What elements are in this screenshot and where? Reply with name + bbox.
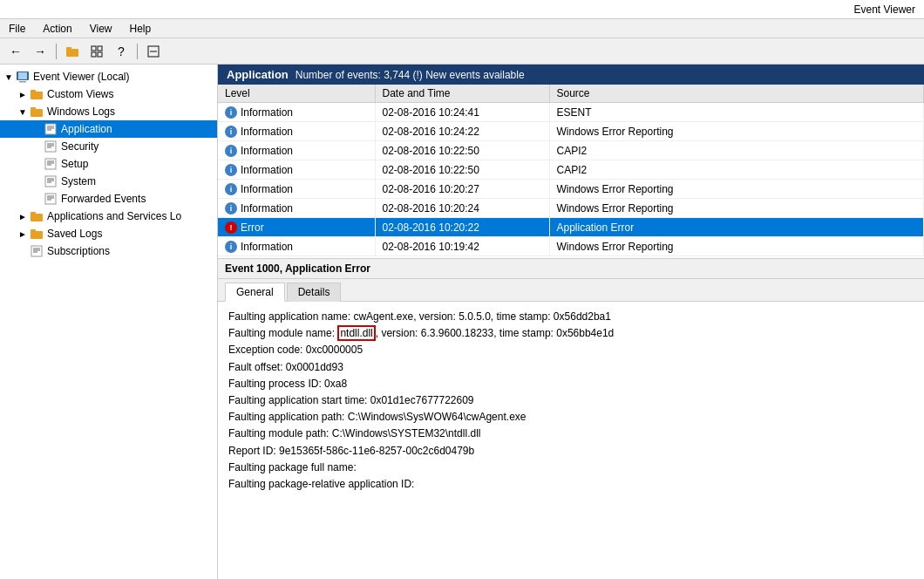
detail-line: Faulting package full name: [228, 460, 914, 476]
tree-item-windows-logs[interactable]: ▼ Windows Logs [0, 103, 217, 120]
cell-level: iInformation [218, 199, 375, 218]
log-icon-system [44, 174, 58, 188]
level-text: Information [241, 145, 293, 157]
tab-general[interactable]: General [225, 283, 285, 302]
col-source[interactable]: Source [549, 85, 924, 103]
info-icon: i [225, 126, 237, 138]
col-level[interactable]: Level [218, 85, 375, 103]
table-row[interactable]: !Error02-08-2016 10:20:22Application Err… [218, 218, 924, 237]
cell-source: Application Error [549, 218, 924, 237]
table-row[interactable]: iInformation02-08-2016 10:22:50CAPI2 [218, 141, 924, 160]
toolbar-help[interactable]: ? [111, 42, 132, 61]
level-text: Information [241, 202, 293, 215]
svg-rect-2 [92, 46, 96, 51]
table-row[interactable]: iInformation02-08-2016 10:20:24Windows E… [218, 199, 924, 218]
detail-line: Faulting module name: ntdll.dll, version… [228, 325, 914, 342]
tree-label-system: System [61, 175, 96, 187]
svg-rect-13 [31, 109, 43, 117]
cell-datetime: 02-08-2016 10:24:41 [375, 103, 549, 122]
tree-item-subscriptions[interactable]: Subscriptions [0, 242, 217, 260]
monitor-icon [16, 70, 30, 84]
cell-level: !Error [218, 218, 375, 237]
detail-line: Faulting process ID: 0xa8 [228, 376, 914, 392]
detail-line: Exception code: 0xc0000005 [228, 342, 914, 358]
log-icon-security [44, 140, 58, 153]
level-text: Information [241, 241, 293, 253]
level-text: Error [241, 221, 264, 234]
detail-line: Faulting package-relative application ID… [228, 476, 914, 493]
tree-label-forwarded: Forwarded Events [61, 193, 146, 205]
tree-item-root[interactable]: ▼ Event Viewer (Local) [0, 68, 217, 85]
level-text: Information [241, 106, 293, 119]
tree-label-application: Application [61, 123, 112, 135]
svg-rect-0 [66, 49, 78, 57]
info-icon: i [225, 241, 237, 253]
toolbar-minimize[interactable] [143, 42, 164, 61]
svg-rect-23 [45, 159, 56, 169]
tree-item-application[interactable]: Application [0, 120, 217, 138]
folder-icon-custom [30, 87, 44, 101]
col-datetime[interactable]: Date and Time [375, 85, 549, 103]
svg-rect-1 [66, 47, 71, 50]
cell-datetime: 02-08-2016 10:22:50 [375, 141, 549, 160]
table-row[interactable]: iInformation02-08-2016 10:24:41ESENT [218, 103, 924, 122]
toolbar-separator-2 [137, 44, 138, 59]
highlighted-dll: ntdll.dll [337, 325, 375, 341]
tree-panel[interactable]: ▼ Event Viewer (Local) ► Custom Views ▼ … [0, 65, 218, 579]
table-row[interactable]: iInformation02-08-2016 10:20:27Windows E… [218, 180, 924, 199]
toolbar-forward[interactable]: → [30, 42, 51, 61]
svg-rect-36 [31, 212, 36, 215]
toolbar-separator-1 [56, 44, 57, 59]
menu-view[interactable]: View [86, 21, 116, 37]
tree-label-security: Security [61, 140, 99, 153]
detail-line: Faulting application path: C:\Windows\Sy… [228, 409, 914, 426]
cell-level: iInformation [218, 141, 375, 160]
toolbar-grid[interactable] [86, 42, 107, 61]
detail-tabs: General Details [218, 279, 924, 302]
svg-rect-9 [19, 81, 26, 83]
table-header-row: Level Date and Time Source [218, 85, 924, 103]
tree-label-custom-views: Custom Views [47, 88, 113, 100]
table-row[interactable]: iInformation02-08-2016 10:19:42Windows E… [218, 237, 924, 256]
menu-help[interactable]: Help [126, 21, 155, 37]
detail-line: Faulting application name: cwAgent.exe, … [228, 309, 914, 325]
folder-icon-windows [30, 105, 44, 119]
cell-source: Windows Error Reporting [549, 237, 924, 256]
menu-file[interactable]: File [5, 21, 29, 37]
tree-item-saved-logs[interactable]: ► Saved Logs [0, 225, 217, 242]
tree-item-custom-views[interactable]: ► Custom Views [0, 85, 217, 103]
svg-rect-11 [31, 92, 43, 99]
table-row[interactable]: iInformation02-08-2016 10:22:50CAPI2 [218, 160, 924, 180]
level-text: Information [241, 164, 293, 176]
level-text: Information [241, 126, 293, 138]
svg-rect-37 [31, 231, 43, 239]
log-icon-application [44, 122, 58, 136]
tab-details[interactable]: Details [287, 283, 342, 302]
tree-item-system[interactable]: System [0, 173, 217, 190]
cell-level: iInformation [218, 160, 375, 180]
tree-item-setup[interactable]: Setup [0, 155, 217, 173]
tree-item-security[interactable]: Security [0, 138, 217, 155]
level-text: Information [241, 183, 293, 195]
tree-item-app-services[interactable]: ► Applications and Services Lo [0, 208, 217, 225]
svg-rect-39 [31, 246, 42, 256]
toolbar-folder[interactable] [62, 42, 83, 61]
toolbar: ← → ? [0, 38, 924, 65]
toolbar-back[interactable]: ← [5, 42, 26, 61]
title-bar-text: Event Viewer [854, 3, 915, 16]
content-title: Application [227, 68, 289, 81]
detail-panel: Event 1000, Application Error General De… [218, 259, 924, 579]
cell-source: CAPI2 [549, 160, 924, 180]
info-icon: i [225, 202, 237, 215]
tree-arrow-saved: ► [16, 229, 30, 239]
tree-label-app-services: Applications and Services Lo [47, 210, 181, 222]
svg-rect-19 [45, 141, 56, 152]
svg-rect-12 [31, 90, 36, 92]
events-table-container[interactable]: Level Date and Time Source iInformation0… [218, 85, 924, 259]
menu-action[interactable]: Action [39, 21, 75, 37]
table-row[interactable]: iInformation02-08-2016 10:24:22Windows E… [218, 122, 924, 141]
tree-label-subscriptions: Subscriptions [47, 245, 110, 257]
tree-item-forwarded[interactable]: Forwarded Events [0, 190, 217, 208]
detail-content: Faulting application name: cwAgent.exe, … [218, 302, 924, 579]
svg-rect-15 [45, 124, 56, 134]
